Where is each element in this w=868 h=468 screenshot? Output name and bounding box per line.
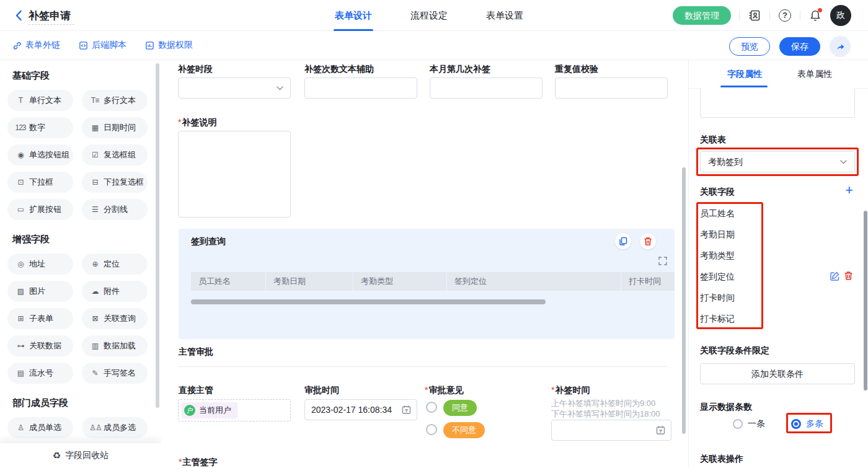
direct-manager-field[interactable]: 户 当前用户 — [178, 399, 291, 422]
field-pill-address[interactable]: ◎地址 — [7, 254, 73, 275]
lookup-section-card[interactable]: 签到查询 员工姓名考勤日期考勤类型签到定位打卡时间 — [179, 229, 675, 339]
permission-icon — [145, 41, 154, 50]
field-pill-subform[interactable]: ⊞子表单 — [7, 308, 73, 329]
field-pill-image[interactable]: ▨图片 — [7, 281, 73, 302]
tab-form-design[interactable]: 表单设计 — [335, 0, 372, 31]
approval-time-input[interactable]: 2023-02-17 16:08:34 — [304, 399, 417, 420]
related-field-item[interactable]: 签到定位 — [700, 272, 735, 283]
related-field-item[interactable]: 打卡时间 — [700, 293, 735, 304]
agree-pill[interactable]: 同意 — [443, 400, 477, 416]
display-count-label: 显示数据条数 — [700, 402, 752, 413]
required-star: * — [178, 117, 181, 127]
resign-count-input[interactable] — [304, 77, 417, 99]
disagree-pill[interactable]: 不同意 — [443, 422, 485, 438]
single-record-radio[interactable] — [733, 419, 743, 429]
multi-record-radio[interactable] — [791, 419, 801, 429]
field-pill-number[interactable]: 123数字 — [7, 117, 73, 138]
related-field-item[interactable]: 考勤类型 — [700, 250, 735, 262]
month-count-input[interactable] — [430, 77, 542, 99]
field-pill-multi-select[interactable]: ⊟下拉复选框 — [82, 172, 148, 193]
field-pill-serial-number[interactable]: ▤流水号 — [7, 363, 73, 384]
form-external-link[interactable]: 表单外链 — [12, 40, 60, 51]
data-permission-link[interactable]: 数据权限 — [145, 40, 193, 51]
tab-form-properties[interactable]: 表单属性 — [790, 69, 839, 80]
contact-book-icon[interactable] — [748, 9, 761, 22]
header-tabs: 表单设计 流程设定 表单设置 — [335, 0, 523, 31]
single-line-text-icon: T — [15, 96, 26, 105]
backend-script-link[interactable]: 后端脚本 — [79, 40, 126, 51]
expand-icon[interactable] — [658, 257, 667, 265]
share-button[interactable] — [830, 36, 851, 57]
data-manage-button[interactable]: 数据管理 — [673, 6, 731, 25]
user-circle-icon: 户 — [184, 405, 195, 416]
disagree-radio[interactable] — [426, 424, 437, 435]
add-field-plus-icon[interactable]: + — [845, 183, 853, 197]
datetime-icon: ▦ — [89, 123, 100, 132]
field-pill-extend-button[interactable]: ▭扩展按钮 — [7, 199, 73, 220]
save-button[interactable]: 保存 — [779, 37, 820, 56]
related-table-select[interactable]: 考勤签到 — [700, 151, 855, 172]
field-pill-divider[interactable]: ☰分割线 — [82, 199, 148, 220]
preview-button[interactable]: 预览 — [729, 37, 770, 56]
copy-button[interactable] — [615, 233, 631, 249]
field-pill-multi-line-text[interactable]: T≡多行文本 — [82, 90, 148, 111]
link-icon — [12, 41, 22, 50]
field-pill-single-line-text[interactable]: T单行文本 — [7, 90, 73, 111]
current-user-tag[interactable]: 户 当前用户 — [182, 402, 237, 418]
lookup-horizontal-scrollbar[interactable] — [191, 299, 546, 304]
related-field-item[interactable]: 员工姓名 — [700, 208, 735, 219]
field-pill-linked-data[interactable]: ⊶关联数据 — [7, 335, 73, 356]
single-record-label[interactable]: 一条 — [748, 418, 765, 430]
sidebar-scrollbar[interactable] — [156, 63, 159, 408]
related-field-item[interactable]: 考勤日期 — [700, 229, 735, 241]
multi-record-label[interactable]: 多条 — [806, 418, 823, 430]
field-recycle-bin[interactable]: ♻ 字段回收站 — [0, 443, 161, 468]
field-pill-lookup[interactable]: ⊠关联查询 — [82, 308, 148, 329]
help-icon[interactable]: ? — [778, 9, 792, 22]
related-field-item[interactable]: 打卡标记 — [700, 314, 735, 325]
resign-time-input[interactable] — [551, 420, 671, 441]
form-toolbar: 表单外链 后端脚本 数据权限 预览 保存 — [0, 31, 868, 60]
field-label: *补签时间 — [551, 385, 590, 396]
agree-radio[interactable] — [426, 402, 437, 413]
notification-bell-icon[interactable] — [808, 9, 822, 22]
partial-input-box[interactable] — [700, 88, 855, 118]
required-star: * — [425, 385, 428, 395]
chevron-down-icon — [277, 86, 283, 91]
field-pill-member-single[interactable]: ♙成员单选 — [7, 417, 73, 438]
condition-limit-label: 关联字段条件限定 — [700, 345, 769, 356]
field-pill-attachment[interactable]: ☁附件 — [82, 281, 148, 302]
notification-badge — [818, 8, 822, 12]
add-condition-button[interactable]: 添加关联条件 — [700, 363, 855, 384]
resign-period-select[interactable] — [178, 77, 291, 99]
field-pill-data-load[interactable]: ▥数据加载 — [82, 335, 148, 356]
table-ops-label: 关联表操作 — [700, 454, 743, 465]
back-icon[interactable] — [12, 9, 26, 22]
field-label: *审批意见 — [425, 385, 463, 396]
delete-button[interactable] — [640, 233, 656, 249]
edit-icon[interactable] — [830, 271, 841, 282]
lookup-icon: ⊠ — [89, 314, 100, 323]
panel-scrollbar[interactable] — [864, 211, 867, 391]
field-pill-datetime[interactable]: ▦日期时间 — [82, 117, 148, 138]
tab-flow-setting[interactable]: 流程设定 — [410, 0, 448, 31]
checkbox-group-icon: ☑ — [89, 151, 100, 159]
avatar[interactable]: 政 — [830, 5, 851, 26]
page-title[interactable]: 补签申请 — [29, 9, 71, 23]
field-label: 重复值校验 — [555, 64, 598, 75]
tab-field-properties[interactable]: 字段属性 — [720, 69, 769, 80]
trash-icon[interactable] — [844, 271, 855, 282]
calendar-icon — [656, 425, 665, 435]
canvas-scrollbar[interactable] — [682, 167, 686, 434]
field-pill-signature[interactable]: ✎手写签名 — [82, 363, 148, 384]
field-pill-radio-group[interactable]: ◉单选按钮组 — [7, 144, 73, 166]
field-pill-member-multi[interactable]: ♙♙成员多选 — [82, 417, 148, 438]
subform-icon: ⊞ — [15, 314, 26, 323]
duplicate-check-input[interactable] — [555, 77, 668, 99]
field-pill-select[interactable]: ⊡下拉框 — [7, 172, 73, 193]
field-pill-checkbox-group[interactable]: ☑复选框组 — [82, 144, 148, 166]
multi-select-icon: ⊟ — [89, 178, 100, 187]
field-pill-location[interactable]: ⊕定位 — [82, 254, 148, 275]
tab-form-setting[interactable]: 表单设置 — [486, 0, 523, 31]
resign-remark-textarea[interactable] — [178, 131, 291, 218]
